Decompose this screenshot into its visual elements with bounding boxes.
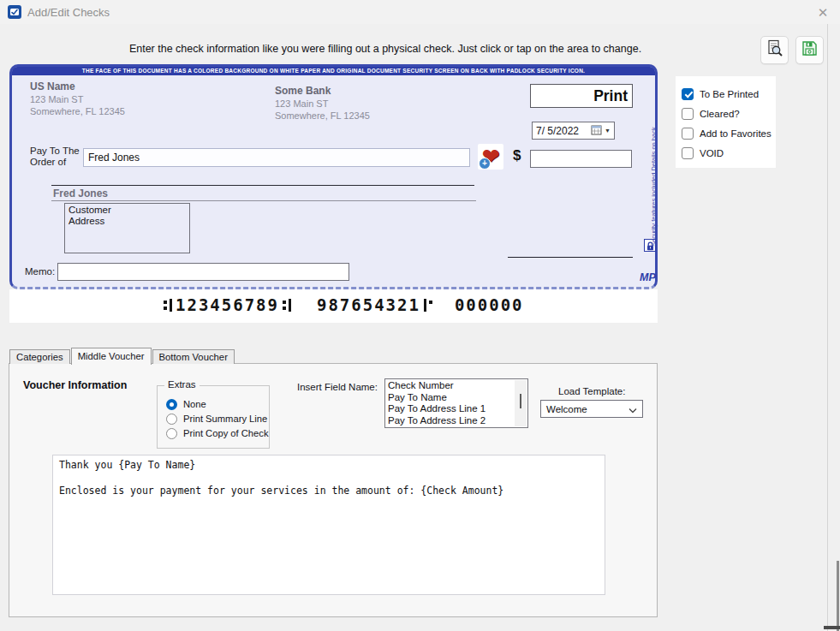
instruction-text: Enter the check information like you wer… — [77, 43, 694, 55]
bank-name: Some Bank — [275, 85, 370, 98]
checkbox-icon — [682, 147, 694, 159]
voucher-message-textarea[interactable]: Thank you {Pay To Name} Enclosed is your… — [52, 455, 605, 595]
bank-address1: 123 Main ST — [275, 98, 370, 110]
memo-label: Memo: — [25, 266, 55, 277]
checkbox-icon — [682, 128, 694, 140]
load-template-label: Load Template: — [558, 386, 625, 396]
payer-block[interactable]: US Name 123 Main ST Somewhere, FL 12345 — [30, 80, 125, 117]
memo-input[interactable] — [57, 263, 349, 281]
tab-middle-voucher[interactable]: Middle Voucher — [71, 348, 152, 365]
amount-input[interactable] — [530, 150, 632, 168]
voucher-section-title: Voucher Information — [23, 379, 127, 391]
signature-line — [508, 257, 633, 258]
calendar-icon — [591, 123, 602, 139]
micr-transit-icon — [282, 299, 292, 312]
radio-print-summary-line[interactable]: Print Summary Line — [166, 413, 267, 425]
save-button[interactable] — [795, 36, 824, 64]
template-dropdown[interactable]: Welcome — [540, 400, 643, 418]
print-preview-button[interactable] — [760, 36, 789, 64]
checkbox-icon — [682, 108, 694, 120]
payer-address1: 123 Main ST — [30, 93, 125, 105]
micr-onus-icon — [423, 299, 433, 312]
tab-bottom-voucher[interactable]: Bottom Voucher — [152, 349, 235, 364]
security-banner: THE FACE OF THIS DOCUMENT HAS A COLORED … — [12, 67, 655, 75]
insert-field-label: Insert Field Name: — [297, 382, 378, 392]
voucher-tabs: Categories Middle Voucher Bottom Voucher — [9, 347, 235, 364]
micr-routing-number: 123456789 — [176, 295, 279, 314]
right-edge-divider — [827, 24, 828, 631]
dollar-sign: $ — [513, 147, 521, 164]
field-name-listbox: Check Number Pay To Name Pay To Address … — [384, 378, 528, 428]
list-item-check-number[interactable]: Check Number — [388, 380, 514, 392]
check-app-glyph — [9, 7, 20, 17]
radio-print-copy-of-check[interactable]: Print Copy of Check — [166, 427, 269, 439]
floppy-disk-icon — [801, 39, 819, 61]
checkbox-icon — [682, 88, 694, 100]
app-icon — [8, 5, 21, 19]
document-magnifier-icon — [766, 39, 783, 61]
close-button[interactable]: ✕ — [810, 2, 836, 24]
bank-block[interactable]: Some Bank 123 Main ST Somewhere, FL 1234… — [275, 85, 370, 122]
favorite-heart-button[interactable]: ❤ + — [478, 144, 503, 170]
window-title: Add/Edit Checks — [27, 6, 110, 19]
bank-address2: Somewhere, FL 12345 — [275, 110, 370, 122]
checkbox-cleared[interactable]: Cleared? — [676, 107, 776, 120]
window-edge — [837, 561, 839, 631]
micr-account-number: 987654321 — [317, 295, 420, 314]
listbox-scrollbar[interactable] — [515, 380, 527, 426]
title-bar: Add/Edit Checks ✕ — [0, 0, 840, 24]
radio-icon — [166, 414, 177, 425]
checkbox-add-to-favorites[interactable]: Add to Favorites — [676, 127, 776, 140]
radio-icon — [166, 399, 177, 410]
list-item-pay-to-name[interactable]: Pay To Name — [388, 392, 514, 404]
scrollbar-thumb[interactable] — [520, 394, 521, 408]
radio-icon — [166, 428, 177, 439]
plus-badge-icon: + — [479, 158, 491, 170]
payee-input[interactable] — [83, 148, 470, 167]
checkbox-void[interactable]: VOID — [676, 146, 776, 159]
window-corner — [824, 626, 840, 629]
chevron-down-icon — [629, 402, 637, 417]
check-number-print-box[interactable]: Print — [530, 84, 633, 108]
payee-name-display[interactable]: Fred Jones — [51, 188, 476, 201]
status-options-panel: To Be Printed Cleared? Add to Favorites … — [676, 76, 776, 168]
written-amount-line[interactable] — [51, 185, 474, 186]
list-item-pay-to-address-2[interactable]: Pay To Address Line 2 — [388, 415, 514, 427]
micr-strip: 123456789 987654321 000000 — [9, 289, 658, 323]
date-picker[interactable]: 7/ 5/2022 ▼ — [532, 122, 615, 140]
extras-groupbox: Extras None Print Summary Line Print Cop… — [157, 385, 270, 449]
template-selected-value: Welcome — [546, 404, 629, 414]
tab-categories[interactable]: Categories — [9, 349, 70, 364]
chevron-down-icon: ▼ — [605, 128, 611, 134]
radio-none[interactable]: None — [166, 398, 206, 410]
payer-name: US Name — [30, 80, 125, 93]
payer-address2: Somewhere, FL 12345 — [30, 105, 125, 117]
pay-to-label: Pay To The Order of — [30, 146, 80, 168]
check-preview: THE FACE OF THIS DOCUMENT HAS A COLORED … — [9, 64, 658, 289]
middle-voucher-panel: Voucher Information Extras None Print Su… — [9, 363, 658, 617]
checkbox-to-be-printed[interactable]: To Be Printed — [676, 87, 776, 100]
payee-address-box[interactable]: Customer Address — [64, 203, 190, 253]
list-item-pay-to-address-1[interactable]: Pay To Address Line 1 — [388, 403, 514, 415]
micr-check-number: 000000 — [455, 295, 524, 314]
extras-legend: Extras — [164, 379, 200, 390]
micr-line: 123456789 987654321 000000 — [160, 295, 524, 314]
mp-brand-logo: MP — [640, 271, 656, 283]
date-value: 7/ 5/2022 — [536, 125, 591, 137]
security-side-note: Security features included Details on ba… — [650, 127, 658, 247]
micr-transit-icon — [163, 299, 173, 312]
